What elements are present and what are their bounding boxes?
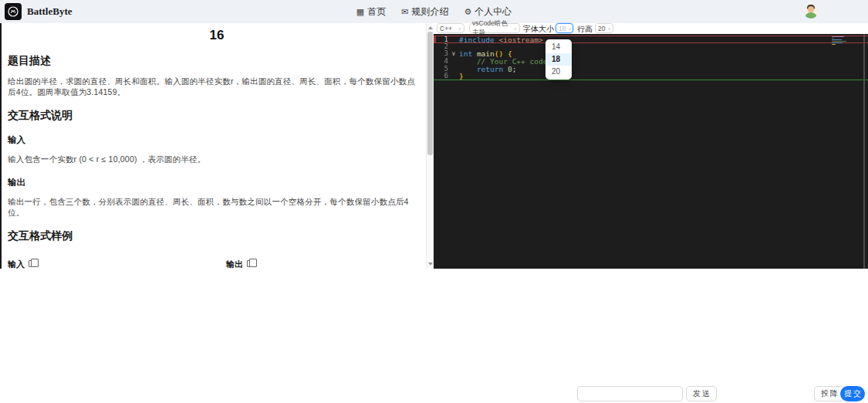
- code-line-1[interactable]: 1#include <iostream>: [434, 36, 868, 43]
- submit-button[interactable]: 提交: [840, 386, 865, 401]
- output-spec: 输出一行，包含三个数，分别表示圆的直径、周长、面积，数与数之间以一个空格分开，每…: [8, 197, 426, 218]
- avatar-shirt: [805, 12, 817, 19]
- line-height-select[interactable]: 20 ∨: [595, 23, 613, 33]
- nav-item-profile[interactable]: ⚙ 个人中心: [464, 5, 512, 19]
- nav-item-label: 规则介绍: [411, 5, 448, 19]
- copy-icon[interactable]: [29, 260, 35, 267]
- editor-area: C++ ∨ vsCode暗色主题 ∨ 字体大小 18 ∨ 行高 20 ∨ 1#i…: [434, 23, 868, 269]
- code-lines: 1#include <iostream>23∨int main() {4 // …: [434, 34, 868, 80]
- minimap: [832, 36, 861, 46]
- font-size-select[interactable]: 18 ∨: [556, 23, 573, 33]
- format-heading: 交互格式说明: [8, 109, 426, 123]
- line-height-label: 行高: [577, 24, 593, 35]
- user-avatar[interactable]: [803, 3, 819, 19]
- editor-toolbar: C++ ∨ vsCode暗色主题 ∨ 字体大小 18 ∨ 行高 20 ∨: [434, 23, 868, 34]
- line-number: 6: [434, 73, 448, 80]
- font-size-options: 141820: [545, 41, 572, 78]
- samples-grid: 输入 3.0 输出 6.0000 18.8495 28.2743: [8, 259, 426, 269]
- nav-item-label: 首页: [367, 5, 386, 19]
- sample-output-label: 输出: [226, 259, 426, 269]
- description-heading: 题目描述: [8, 54, 426, 68]
- home-icon: ▦: [356, 8, 364, 16]
- line-number: 1: [434, 36, 448, 42]
- scroll-down-arrow-icon[interactable]: [428, 262, 433, 266]
- fold-spacer: [448, 58, 459, 66]
- font-size-option-20[interactable]: 20: [545, 66, 572, 78]
- output-heading: 输出: [8, 177, 426, 188]
- chat-input[interactable]: [577, 386, 683, 401]
- code-line-5[interactable]: 5 return 0;: [434, 66, 868, 73]
- avatar-face: [808, 6, 814, 12]
- fold-spacer: [448, 43, 459, 51]
- description-text: 给出圆的半径，求圆的直径、周长和面积。输入圆的半径实数r，输出圆的直径、周长、面…: [8, 76, 426, 98]
- chevron-down-icon: ∨: [514, 26, 517, 31]
- input-heading: 输入: [8, 134, 426, 146]
- code-text: #include <iostream>: [459, 36, 543, 42]
- chevron-down-icon: ∨: [607, 26, 610, 31]
- brand-title: BattleByte: [27, 5, 72, 18]
- font-size-option-14[interactable]: 14: [545, 41, 572, 53]
- navbar: BattleByte ▦ 首页 ✉ 规则介绍 ⚙ 个人中心: [0, 0, 868, 23]
- samples-heading: 交互格式样例: [8, 229, 426, 243]
- code-text: }: [459, 73, 464, 80]
- code-text: return 0;: [459, 66, 516, 73]
- problem-scrollbar[interactable]: [426, 23, 434, 269]
- gear-icon: ⚙: [464, 8, 471, 16]
- editor-scrollbar[interactable]: [863, 34, 865, 269]
- font-size-dropdown: 141820: [545, 39, 572, 80]
- brand-logo-icon[interactable]: [5, 3, 22, 20]
- problem-panel: 16 题目描述 给出圆的半径，求圆的直径、周长和面积。输入圆的半径实数r，输出圆…: [0, 23, 426, 269]
- scroll-up-arrow-icon[interactable]: [428, 26, 433, 29]
- font-size-label: 字体大小: [523, 24, 554, 35]
- fold-chevron-icon[interactable]: ∨: [448, 50, 459, 58]
- chevron-down-icon: ∨: [458, 26, 461, 31]
- nav-item-home[interactable]: ▦ 首页: [356, 5, 386, 19]
- font-size-option-18[interactable]: 18: [545, 53, 572, 66]
- copy-icon[interactable]: [247, 260, 253, 267]
- sample-input-col: 输入 3.0: [8, 259, 218, 269]
- mail-icon: ✉: [401, 8, 408, 16]
- sample-output-col: 输出 6.0000 18.8495 28.2743: [226, 259, 426, 269]
- chevron-down-icon: ∨: [568, 26, 571, 31]
- fold-spacer: [448, 73, 459, 80]
- send-button[interactable]: 发送: [686, 386, 717, 401]
- language-select[interactable]: C++ ∨: [437, 23, 464, 33]
- scrollbar-thumb[interactable]: [427, 32, 433, 155]
- fold-spacer: [448, 36, 459, 42]
- theme-select[interactable]: vsCode暗色主题 ∨: [469, 23, 520, 33]
- input-spec: 输入包含一个实数r (0 < r ≤ 10,000) ，表示圆的半径。: [8, 154, 426, 165]
- sample-input-label: 输入: [8, 259, 218, 269]
- code-editor[interactable]: 1#include <iostream>23∨int main() {4 // …: [434, 34, 868, 269]
- code-line-6[interactable]: 6}: [434, 73, 868, 80]
- problem-title: 16: [8, 28, 426, 43]
- nav-item-label: 个人中心: [475, 5, 512, 19]
- page: BattleByte ▦ 首页 ✉ 规则介绍 ⚙ 个人中心 16 题目描述 给出…: [0, 0, 868, 403]
- nav-item-rules[interactable]: ✉ 规则介绍: [401, 5, 448, 19]
- fold-spacer: [448, 66, 459, 73]
